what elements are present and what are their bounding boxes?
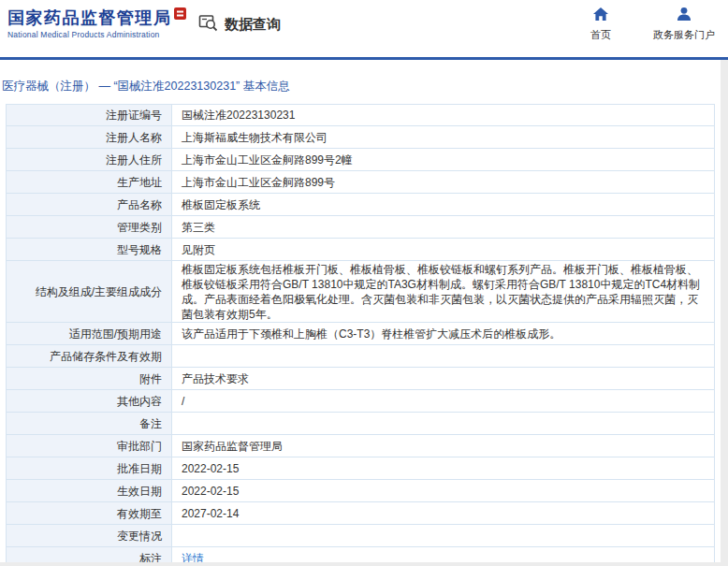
row-value: 第三类 bbox=[172, 216, 715, 238]
logo-title: 国家药品监督管理局 bbox=[7, 8, 172, 27]
table-row: 管理类别 第三类 bbox=[6, 216, 715, 239]
table-row: 有效期至 2027-02-14 bbox=[6, 502, 715, 525]
table-row: 标注 详情 bbox=[6, 547, 715, 562]
row-value: / bbox=[172, 390, 715, 412]
row-value bbox=[172, 413, 715, 434]
nav-item-portal-label: 政务服务门户 bbox=[653, 28, 715, 42]
table-row: 结构及组成/主要组成成分 椎板固定板系统包括椎板开门板、椎板植骨板、椎板铰链板和… bbox=[6, 261, 715, 323]
table-row: 批准日期 2022-02-15 bbox=[6, 457, 715, 480]
home-icon bbox=[592, 7, 609, 25]
row-value: 上海市金山工业区金舸路899号 bbox=[172, 171, 715, 193]
row-label: 标注 bbox=[6, 547, 172, 562]
page: 国家药品监督管理局 National Medical Products Admi… bbox=[0, 0, 728, 566]
row-label: 有效期至 bbox=[6, 502, 172, 524]
logo-subtitle: National Medical Products Administration bbox=[7, 30, 172, 39]
row-value-text: 椎板固定板系统包括椎板开门板、椎板植骨板、椎板铰链板和螺钉系列产品。椎板开门板、… bbox=[182, 262, 705, 322]
table-row: 注册人名称 上海斯福威生物技术有限公司 bbox=[6, 126, 715, 149]
row-label: 批准日期 bbox=[6, 457, 172, 479]
table-row: 适用范围/预期用途 该产品适用于下颈椎和上胸椎（C3-T3）脊柱椎管扩大减压术后… bbox=[6, 323, 715, 345]
table-row: 产品名称 椎板固定板系统 bbox=[6, 194, 715, 216]
row-label: 型号规格 bbox=[6, 239, 172, 260]
row-label: 管理类别 bbox=[6, 216, 172, 238]
row-value: 详情 bbox=[172, 547, 715, 562]
row-value: 2022-02-15 bbox=[172, 457, 715, 479]
row-value: 上海斯福威生物技术有限公司 bbox=[172, 126, 715, 148]
table-row: 注册人住所 上海市金山工业区金舸路899号2幢 bbox=[6, 149, 715, 171]
row-value: 上海市金山工业区金舸路899号2幢 bbox=[172, 149, 715, 170]
row-value: 2027-02-14 bbox=[172, 502, 715, 524]
row-label: 其他内容 bbox=[6, 390, 172, 412]
row-label: 结构及组成/主要组成成分 bbox=[6, 261, 172, 322]
data-query-tab[interactable]: 数据查询 bbox=[198, 13, 281, 36]
row-label: 附件 bbox=[6, 368, 172, 389]
row-value bbox=[172, 525, 715, 546]
seal-icon bbox=[174, 7, 186, 23]
row-label: 生产地址 bbox=[6, 171, 172, 193]
row-value: 国家药品监督管理局 bbox=[172, 435, 715, 457]
top-navigation: 首页 政务服务门户 bbox=[580, 7, 715, 42]
table-row: 生效日期 2022-02-15 bbox=[6, 480, 715, 502]
row-value: 2022-02-15 bbox=[172, 480, 715, 501]
row-label: 注册人住所 bbox=[6, 149, 172, 170]
row-value: 见附页 bbox=[172, 239, 715, 260]
row-label: 产品名称 bbox=[6, 194, 172, 215]
table-row: 变更情况 bbox=[6, 525, 715, 547]
row-value: 国械注准20223130231 bbox=[172, 105, 715, 125]
registration-info-table: 注册证编号 国械注准20223130231 注册人名称 上海斯福威生物技术有限公… bbox=[6, 104, 715, 562]
table-row: 型号规格 见附页 bbox=[6, 239, 715, 261]
row-value: 该产品适用于下颈椎和上胸椎（C3-T3）脊柱椎管扩大减压术后的椎板成形。 bbox=[172, 323, 715, 344]
table-row: 备注 bbox=[6, 413, 715, 435]
nmpa-logo: 国家药品监督管理局 National Medical Products Admi… bbox=[7, 8, 172, 39]
row-label: 产品储存条件及有效期 bbox=[6, 345, 172, 367]
row-label: 注册证编号 bbox=[6, 105, 172, 125]
row-label: 适用范围/预期用途 bbox=[6, 323, 172, 344]
person-icon bbox=[676, 7, 692, 25]
data-query-label: 数据查询 bbox=[225, 16, 281, 34]
table-row: 注册证编号 国械注准20223130231 bbox=[6, 104, 715, 126]
table-row: 附件 产品技术要求 bbox=[6, 368, 715, 390]
row-value bbox=[172, 345, 715, 367]
row-value: 椎板固定板系统 bbox=[172, 194, 715, 215]
nav-item-home-label: 首页 bbox=[590, 28, 611, 42]
data-query-icon bbox=[198, 13, 218, 36]
row-value: 产品技术要求 bbox=[172, 368, 715, 389]
row-value: 椎板固定板系统包括椎板开门板、椎板植骨板、椎板铰链板和螺钉系列产品。椎板开门板、… bbox=[172, 261, 715, 322]
header: 国家药品监督管理局 National Medical Products Admi… bbox=[0, 0, 728, 57]
row-label: 变更情况 bbox=[6, 525, 172, 546]
row-label: 注册人名称 bbox=[6, 126, 172, 148]
detail-link[interactable]: 详情 bbox=[182, 551, 204, 563]
row-label: 备注 bbox=[6, 413, 172, 434]
table-row: 其他内容 / bbox=[6, 390, 715, 413]
table-row: 生产地址 上海市金山工业区金舸路899号 bbox=[6, 171, 715, 194]
row-label: 审批部门 bbox=[6, 435, 172, 457]
breadcrumb: 医疗器械（注册） — “国械注准20223130231” 基本信息 bbox=[2, 79, 290, 94]
nav-item-home[interactable]: 首页 bbox=[580, 7, 621, 42]
table-row: 审批部门 国家药品监督管理局 bbox=[6, 435, 715, 457]
table-row: 产品储存条件及有效期 bbox=[6, 345, 715, 368]
nav-item-portal[interactable]: 政务服务门户 bbox=[653, 7, 715, 42]
row-label: 生效日期 bbox=[6, 480, 172, 501]
content-area: 医疗器械（注册） — “国械注准20223130231” 基本信息 注册证编号 … bbox=[0, 60, 721, 562]
